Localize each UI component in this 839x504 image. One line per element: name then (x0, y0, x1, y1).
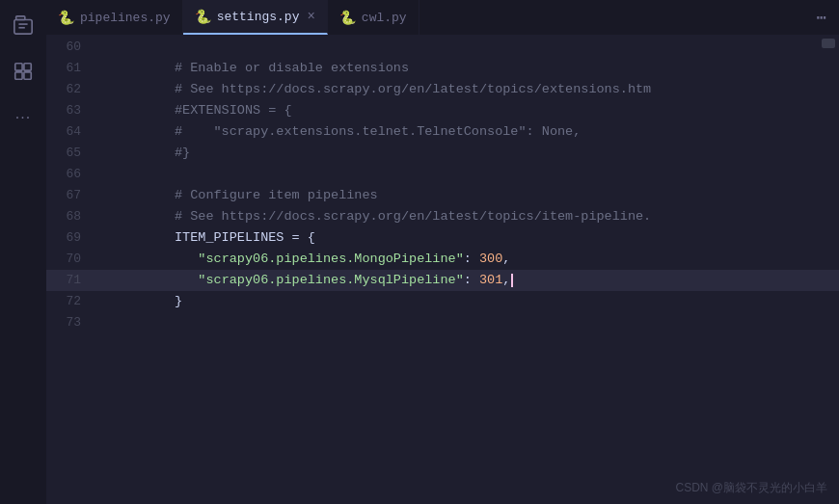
tab-settings[interactable]: 🐍 settings.py × (183, 0, 328, 35)
tab-pipelines[interactable]: 🐍 pipelines.py (46, 0, 183, 35)
activity-bar: ··· (0, 0, 46, 504)
svg-rect-1 (14, 20, 32, 35)
tab-cwl[interactable]: 🐍 cwl.py (328, 0, 420, 35)
watermark: CSDN @脑袋不灵光的小白羊 (675, 480, 827, 496)
tab-cwl-label: cwl.py (362, 11, 407, 25)
tab-pipelines-label: pipelines.py (80, 11, 171, 25)
tab-more-button[interactable]: ⋯ (804, 0, 839, 35)
tab-bar: 🐍 pipelines.py 🐍 settings.py × 🐍 cwl.py … (46, 0, 839, 35)
code-area: 60 61 # Enable or disable extensions 62 … (46, 35, 839, 504)
scrollbar-indicator (822, 39, 835, 48)
tab-settings-close[interactable]: × (307, 9, 314, 24)
more-icon[interactable]: ··· (6, 100, 41, 135)
files-icon[interactable] (6, 8, 41, 42)
code-lines: 60 61 # Enable or disable extensions 62 … (46, 35, 839, 504)
tab-settings-icon: 🐍 (195, 9, 211, 25)
main-area: 🐍 pipelines.py 🐍 settings.py × 🐍 cwl.py … (46, 0, 839, 504)
svg-rect-6 (15, 72, 22, 79)
tab-settings-label: settings.py (217, 10, 300, 24)
svg-rect-4 (15, 64, 22, 70)
tab-pipelines-icon: 🐍 (58, 10, 74, 26)
svg-rect-7 (24, 72, 31, 79)
extensions-icon[interactable] (6, 54, 41, 89)
tab-cwl-icon: 🐍 (339, 10, 356, 26)
svg-rect-5 (24, 64, 31, 70)
